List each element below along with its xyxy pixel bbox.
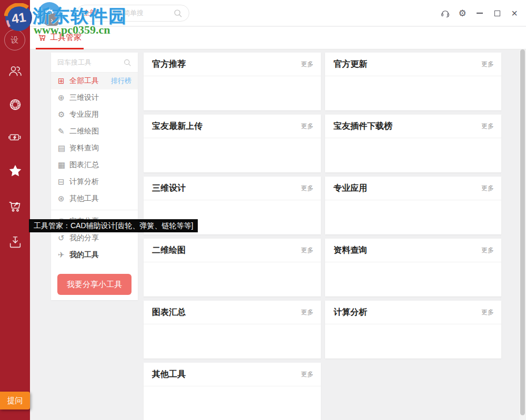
cog-icon: ⊛ — [58, 194, 69, 203]
tool-search-input[interactable] — [57, 58, 115, 66]
category-item-2d-drawing[interactable]: ✎ 二维绘图 — [51, 123, 138, 140]
global-search-bar[interactable]: 全部 回车简单搜 — [76, 5, 189, 22]
search-scope-dropdown[interactable]: 全部 — [83, 8, 97, 18]
more-link[interactable]: 更多 — [481, 246, 494, 255]
section-card-calc-analysis: 计算分析更多 — [325, 301, 501, 358]
docs-icon: ▤ — [58, 144, 69, 153]
section-title: 三维设计 — [152, 183, 186, 194]
more-link[interactable]: 更多 — [481, 60, 494, 69]
app-design-logo: 设 — [4, 29, 25, 50]
star-icon[interactable] — [7, 163, 23, 178]
category-label: 我的分享 — [69, 233, 99, 243]
category-item-my-tools[interactable]: ✈ 我的工具 — [51, 247, 138, 263]
section-card-pro-apps: 专业应用更多 — [325, 177, 501, 234]
cart-tab-icon — [38, 33, 47, 42]
share-panel: 我要分享小工具 — [51, 269, 138, 300]
close-button[interactable]: × — [508, 7, 521, 19]
search-icon[interactable] — [123, 58, 132, 67]
section-title: 图表汇总 — [152, 307, 186, 318]
section-title: 宝友最新上传 — [152, 121, 203, 132]
category-item-pro-apps[interactable]: ⚙ 专业应用 — [51, 106, 138, 123]
more-link[interactable]: 更多 — [301, 122, 313, 131]
category-label: 其他工具 — [69, 194, 99, 203]
category-item-chart-summary[interactable]: ▦ 图表汇总 — [51, 157, 138, 173]
more-link[interactable]: 更多 — [301, 246, 313, 255]
section-title: 专业应用 — [333, 183, 367, 194]
category-label: 我的工具 — [69, 250, 99, 260]
divider — [51, 210, 138, 210]
tooltip: 工具管家：CAD辅助设计[齿轮、弹簧、链轮等等] — [29, 219, 198, 232]
rank-link[interactable]: 排行榜 — [111, 76, 132, 86]
window-controls: ⚙ × — [439, 0, 521, 26]
headset-support-icon[interactable] — [439, 7, 451, 19]
section-title: 官方更新 — [333, 59, 367, 70]
section-title: 计算分析 — [333, 307, 367, 318]
settings-gear-icon[interactable]: ⚙ — [456, 7, 469, 19]
search-input[interactable]: 回车简单搜 — [109, 8, 173, 18]
more-link[interactable]: 更多 — [301, 60, 313, 69]
category-item-calc-analysis[interactable]: ⊟ 计算分析 — [51, 173, 138, 190]
gear-icon: ⚙ — [58, 110, 69, 119]
section-card-other-tools: 其他工具更多 — [144, 363, 321, 420]
category-item-3d-design[interactable]: ⊕ 三维设计 — [51, 89, 138, 106]
section-card-2d-drawing: 二维绘图更多 — [144, 239, 321, 296]
section-title: 二维绘图 — [152, 245, 186, 256]
category-item-all-tools[interactable]: ⊞ 全部工具 排行榜 — [51, 73, 138, 89]
sidebar: 设 — [0, 0, 30, 420]
section-card-chart-summary: 图表汇总更多 — [144, 301, 321, 358]
category-label: 计算分析 — [69, 177, 99, 187]
paper-plane-icon: ✈ — [58, 250, 69, 260]
section-title: 宝友插件下载榜 — [333, 121, 392, 132]
more-link[interactable]: 更多 — [301, 308, 313, 317]
search-icon[interactable] — [173, 8, 183, 18]
users-icon[interactable] — [7, 63, 23, 78]
section-title: 资料查询 — [333, 245, 367, 256]
refresh-icon: ↺ — [58, 233, 69, 243]
scrollbar-thumb[interactable] — [520, 49, 525, 415]
more-link[interactable]: 更多 — [301, 184, 313, 193]
chevron-down-icon[interactable] — [99, 12, 104, 15]
minimize-button[interactable] — [473, 7, 486, 19]
section-card-official-update: 官方更新更多 — [325, 53, 501, 110]
section-card-friends-plugin-ranking: 宝友插件下载榜更多 — [325, 115, 501, 172]
calculator-icon: ⊟ — [58, 177, 69, 187]
battery-power-icon[interactable] — [7, 129, 23, 145]
section-title: 官方推荐 — [152, 59, 186, 70]
tool-cart-icon[interactable] — [7, 199, 23, 214]
section-card-data-query: 资料查询更多 — [325, 239, 501, 296]
download-icon[interactable] — [7, 234, 23, 250]
more-link[interactable]: 更多 — [481, 184, 494, 193]
main-content: 官方推荐更多 官方更新更多 宝友最新上传更多 宝友插件下载榜更多 三维设计更多 … — [142, 49, 519, 420]
section-title: 其他工具 — [152, 369, 186, 380]
more-link[interactable]: 更多 — [481, 122, 494, 131]
category-label: 二维绘图 — [69, 127, 99, 136]
more-link[interactable]: 更多 — [481, 308, 494, 317]
grid-icon: ⊞ — [58, 76, 69, 86]
sphere-icon: ⊕ — [58, 93, 69, 103]
category-panel: ⊞ 全部工具 排行榜 ⊕ 三维设计 ⚙ 专业应用 ✎ 二维绘图 ▤ 资料查询 ▦… — [51, 53, 138, 269]
category-item-data-query[interactable]: ▤ 资料查询 — [51, 140, 138, 157]
tool-search-box[interactable] — [51, 53, 138, 73]
ask-question-button[interactable]: 提问 — [0, 392, 30, 409]
vertical-scrollbar[interactable] — [519, 49, 526, 420]
more-link[interactable]: 更多 — [301, 370, 313, 379]
category-label: 全部工具 — [69, 76, 99, 86]
category-label: 图表汇总 — [69, 160, 99, 170]
top-header: 全部 回车简单搜 ⚙ × — [30, 0, 526, 26]
section-card-official-recommend: 官方推荐更多 — [144, 53, 321, 110]
tab-tool-manager[interactable]: 工具管家 — [36, 27, 84, 49]
category-label: 三维设计 — [69, 93, 99, 103]
category-item-other-tools[interactable]: ⊛ 其他工具 — [51, 190, 138, 207]
category-label: 专业应用 — [69, 110, 99, 119]
app-window: 设 — [0, 0, 526, 420]
share-tool-button[interactable]: 我要分享小工具 — [57, 274, 132, 295]
pencil-icon: ✎ — [58, 127, 69, 136]
category-label: 资料查询 — [69, 144, 99, 153]
section-card-friends-latest-upload: 宝友最新上传更多 — [144, 115, 321, 172]
tab-label: 工具管家 — [50, 33, 82, 43]
tab-bar: 工具管家 — [30, 27, 526, 49]
chart-icon: ▦ — [58, 160, 69, 170]
dial-wheel-icon[interactable] — [7, 97, 23, 112]
maximize-button[interactable] — [491, 7, 503, 19]
